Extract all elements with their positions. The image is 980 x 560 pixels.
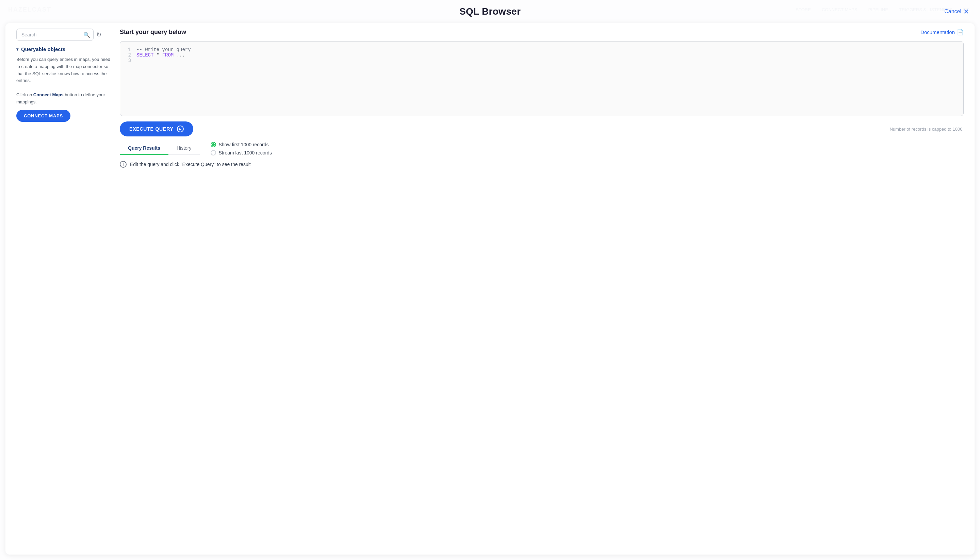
tab-history[interactable]: History (168, 142, 200, 155)
code-empty (137, 58, 139, 63)
modal-body: 🔍 ↻ ▾ Queryable objects Before you can q… (5, 23, 975, 555)
radio-circle-last (211, 150, 216, 155)
desc-part1: Before you can query entries in maps, yo… (16, 57, 110, 83)
queryable-title: ▾ Queryable objects (16, 46, 112, 52)
queryable-section: ▾ Queryable objects Before you can query… (16, 46, 112, 122)
main-header: Start your query below Documentation 📄 (120, 28, 964, 36)
line-number-1: 1 (125, 47, 131, 52)
sidebar: 🔍 ↻ ▾ Queryable objects Before you can q… (16, 28, 112, 544)
keyword-select: SELECT (137, 52, 153, 58)
records-cap-text: Number of records is capped to 1000. (890, 127, 964, 132)
queryable-description: Before you can query entries in maps, yo… (16, 56, 112, 106)
connect-maps-button[interactable]: CONNECT MAPS (16, 110, 70, 122)
tabs-radio-row: Query Results History Show first 1000 re… (120, 142, 964, 155)
radio-last-label: Stream last 1000 records (219, 150, 272, 155)
main-content: Start your query below Documentation 📄 1… (120, 28, 964, 544)
code-line-2: 2 SELECT * FROM ... (125, 52, 958, 58)
code-editor[interactable]: 1 -- Write your query 2 SELECT * FROM ..… (120, 41, 964, 116)
code-select: SELECT * FROM ... (137, 52, 185, 58)
cancel-label: Cancel (944, 8, 961, 15)
info-message: i Edit the query and click "Execute Quer… (120, 161, 964, 168)
documentation-link[interactable]: Documentation 📄 (920, 29, 964, 35)
tab-query-results-label: Query Results (128, 145, 160, 151)
refresh-button[interactable]: ↻ (96, 31, 102, 38)
queryable-title-text: Queryable objects (21, 46, 65, 52)
radio-show-first[interactable]: Show first 1000 records (211, 142, 272, 147)
execute-query-button[interactable]: EXECUTE QUERY ▶ (120, 122, 193, 137)
code-star: * (157, 52, 162, 58)
radio-stream-last[interactable]: Stream last 1000 records (211, 150, 272, 155)
info-icon: i (120, 161, 127, 168)
line-number-2: 2 (125, 52, 131, 58)
cancel-button[interactable]: Cancel ✕ (944, 7, 969, 16)
tab-query-results[interactable]: Query Results (120, 142, 168, 155)
code-line-1: 1 -- Write your query (125, 47, 958, 52)
modal-overlay: SQL Browser Cancel ✕ 🔍 ↻ ▾ Queryable obj… (0, 0, 980, 560)
radio-group: Show first 1000 records Stream last 1000… (211, 142, 272, 155)
search-input[interactable] (16, 28, 93, 41)
search-icon: 🔍 (83, 32, 90, 38)
doc-icon: 📄 (957, 29, 964, 35)
info-text: Edit the query and click "Execute Query"… (130, 162, 251, 167)
execute-play-icon: ▶ (177, 125, 184, 132)
line-number-3: 3 (125, 58, 131, 63)
code-comment: -- Write your query (137, 47, 191, 52)
code-line-3: 3 (125, 58, 958, 63)
keyword-from: FROM (162, 52, 174, 58)
modal-title: SQL Browser (459, 6, 521, 17)
search-row: 🔍 ↻ (16, 28, 112, 41)
code-ellipsis: ... (177, 52, 185, 58)
desc-part2b: Connect Maps (33, 92, 63, 97)
search-container: 🔍 (16, 28, 93, 41)
modal-header: SQL Browser Cancel ✕ (0, 0, 980, 23)
desc-part2a: Click on (16, 92, 33, 97)
tabs-container: Query Results History (120, 142, 200, 155)
execute-label: EXECUTE QUERY (129, 126, 173, 132)
radio-circle-first (211, 142, 216, 147)
close-icon: ✕ (963, 7, 969, 16)
tab-history-label: History (177, 145, 192, 151)
radio-first-label: Show first 1000 records (219, 142, 269, 147)
start-query-title: Start your query below (120, 28, 186, 36)
execute-row: EXECUTE QUERY ▶ Number of records is cap… (120, 122, 964, 137)
chevron-icon: ▾ (16, 47, 18, 52)
doc-label: Documentation (920, 29, 955, 35)
